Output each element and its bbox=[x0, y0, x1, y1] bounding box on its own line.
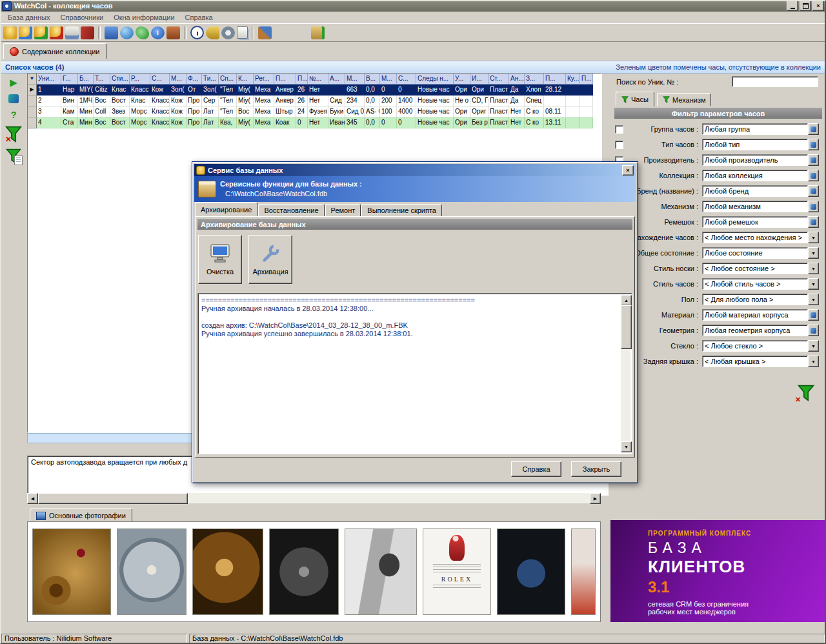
horizontal-scrollbar[interactable]: ◀ ▶ bbox=[27, 493, 601, 503]
lookup-button[interactable] bbox=[808, 123, 819, 135]
column-header[interactable]: Следы н... bbox=[416, 74, 454, 85]
tab-main-photos[interactable]: Основные фотографии bbox=[30, 508, 132, 522]
photo-thumbnail[interactable] bbox=[269, 528, 339, 615]
lookup-button[interactable] bbox=[808, 216, 819, 228]
table-row[interactable]: 3КамМинCollЗвезМорсКлассКожПроЛат"ТелВос… bbox=[28, 106, 601, 117]
column-header[interactable]: Р... bbox=[130, 74, 150, 85]
column-header[interactable]: П... bbox=[580, 74, 593, 85]
globe-icon[interactable] bbox=[120, 26, 134, 39]
log-scrollbar[interactable]: ▲ ▼ bbox=[621, 295, 630, 452]
column-header[interactable]: С... bbox=[397, 74, 416, 85]
dialog-close-button[interactable]: × bbox=[622, 165, 634, 176]
filter-value[interactable]: Любой материал корпуса bbox=[702, 309, 808, 321]
column-header[interactable]: В... bbox=[365, 74, 380, 85]
filter-value[interactable]: < Любой стиль часов > bbox=[702, 278, 808, 290]
lookup-button[interactable] bbox=[808, 139, 819, 150]
tab-watches[interactable]: Часы bbox=[616, 92, 654, 106]
column-header[interactable]: Сп... bbox=[219, 74, 237, 85]
photo-thumbnail[interactable] bbox=[117, 528, 186, 615]
tab-collection-contents[interactable]: Содержание коллекции bbox=[3, 43, 106, 59]
photo-thumbnail[interactable] bbox=[32, 528, 111, 615]
filter-value[interactable]: Любая геометрия корпуса bbox=[702, 325, 808, 336]
minimize-button[interactable] bbox=[787, 1, 798, 11]
print-icon[interactable] bbox=[65, 26, 79, 39]
info-icon[interactable]: i bbox=[151, 26, 165, 39]
filter-value[interactable]: < Любое место нахождения > bbox=[702, 232, 808, 243]
column-header[interactable]: П... bbox=[544, 74, 566, 85]
lookup-button[interactable] bbox=[808, 201, 819, 212]
clock-icon[interactable] bbox=[190, 26, 204, 39]
run-filter-icon[interactable]: ▶ bbox=[10, 77, 17, 88]
scroll-up-icon[interactable]: ▲ bbox=[621, 295, 632, 306]
photo-thumbnail[interactable] bbox=[571, 528, 596, 615]
dropdown-arrow-icon[interactable]: ▼ bbox=[808, 294, 819, 305]
dropdown-arrow-icon[interactable]: ▼ bbox=[808, 278, 819, 290]
column-header[interactable]: Ти... bbox=[202, 74, 219, 85]
dialog-title-bar[interactable]: Сервис базы данных × bbox=[194, 164, 636, 176]
card-icon[interactable] bbox=[105, 26, 118, 39]
column-header[interactable]: У... bbox=[454, 74, 470, 85]
help-button[interactable]: Справка bbox=[511, 461, 561, 477]
column-header[interactable]: Сти... bbox=[110, 74, 130, 85]
tab-restore[interactable]: Восстановление bbox=[258, 204, 324, 216]
column-header[interactable]: Т... bbox=[94, 74, 110, 85]
filter-value[interactable]: Любое состояние bbox=[702, 247, 808, 259]
restore-button[interactable] bbox=[800, 1, 811, 11]
key-icon[interactable] bbox=[206, 26, 219, 39]
tab-archiving[interactable]: Архивирование bbox=[195, 202, 257, 216]
lookup-button[interactable] bbox=[808, 170, 819, 181]
column-header[interactable]: Ст... bbox=[489, 74, 509, 85]
attach-database-icon[interactable] bbox=[34, 26, 48, 39]
filter-value[interactable]: Любой тип bbox=[702, 139, 808, 150]
close-button[interactable]: × bbox=[812, 1, 824, 11]
filter-value[interactable]: Любой механизм bbox=[702, 201, 808, 212]
lookup-button[interactable] bbox=[808, 154, 819, 166]
column-header[interactable]: Рег... bbox=[254, 74, 274, 85]
filter-value[interactable]: Любой производитель bbox=[702, 154, 808, 166]
filter-report-icon[interactable] bbox=[6, 148, 21, 164]
photo-thumbnail[interactable] bbox=[497, 528, 565, 615]
scroll-left-icon[interactable]: ◀ bbox=[27, 493, 38, 504]
copy-icon[interactable] bbox=[237, 26, 248, 39]
column-header[interactable]: Г... bbox=[61, 74, 78, 85]
column-header[interactable]: К... bbox=[237, 74, 254, 85]
filter-value[interactable]: < Любое стекло > bbox=[702, 340, 808, 352]
photo-thumbnail[interactable] bbox=[192, 528, 263, 615]
exit-icon[interactable] bbox=[311, 26, 325, 39]
tools-brush-icon[interactable] bbox=[258, 26, 272, 39]
column-header[interactable]: А... bbox=[328, 74, 345, 85]
scroll-down-icon[interactable]: ▼ bbox=[621, 441, 632, 452]
menu-references[interactable]: Справочники bbox=[55, 12, 109, 23]
dropdown-arrow-icon[interactable]: ▼ bbox=[808, 263, 819, 274]
open-database-icon[interactable] bbox=[19, 26, 32, 39]
column-header[interactable]: Ку... bbox=[566, 74, 580, 85]
dropdown-arrow-icon[interactable]: ▼ bbox=[808, 340, 819, 352]
dropdown-arrow-icon[interactable]: ▼ bbox=[808, 247, 819, 259]
column-header[interactable]: П... bbox=[296, 74, 308, 85]
apply-filter-icon[interactable]: ✕ bbox=[798, 385, 814, 403]
filter-value[interactable]: Любая группа bbox=[702, 123, 808, 135]
help-question-icon[interactable]: ? bbox=[10, 109, 16, 120]
lookup-button[interactable] bbox=[808, 309, 819, 321]
app-icon[interactable] bbox=[2, 1, 12, 11]
column-header[interactable]: Ф... bbox=[186, 74, 202, 85]
lookup-button[interactable] bbox=[808, 325, 819, 336]
table-row[interactable]: 2Вин1МЧВосВостКласКлассКожПроСер"ТелMiy(… bbox=[28, 96, 601, 106]
column-header[interactable]: П... bbox=[274, 74, 296, 85]
filter-value[interactable]: Любая коллекция bbox=[702, 170, 808, 181]
column-header[interactable]: Ан... bbox=[509, 74, 525, 85]
dropdown-arrow-icon[interactable]: ▼ bbox=[808, 356, 819, 367]
leaf-icon[interactable] bbox=[136, 26, 149, 39]
search-input[interactable] bbox=[732, 76, 818, 87]
new-database-icon[interactable] bbox=[3, 26, 17, 39]
table-row[interactable]: ▶1НарMIY(CitizКласКлассКожЗол(ОтЗол("Тел… bbox=[28, 85, 601, 96]
column-header[interactable]: Уни... bbox=[37, 74, 61, 85]
archive-box-icon[interactable] bbox=[166, 26, 180, 39]
column-header[interactable]: М... bbox=[345, 74, 365, 85]
column-header[interactable]: З... bbox=[525, 74, 544, 85]
table-row[interactable]: 4СтаМинВосВостМорсКлассКожПроЛатКва,Miy(… bbox=[28, 117, 601, 128]
settings-gear-icon[interactable] bbox=[221, 26, 235, 39]
photo-thumbnail[interactable] bbox=[345, 528, 417, 615]
close-dialog-button[interactable]: Закрыть bbox=[571, 461, 621, 477]
archive-button[interactable]: Архивация bbox=[248, 235, 292, 284]
